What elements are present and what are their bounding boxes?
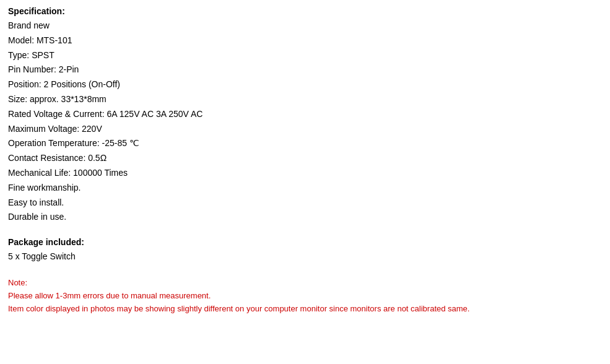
package-item: 5 x Toggle Switch [8, 249, 602, 264]
spec-item: Easy to install. [8, 196, 602, 210]
note-line: Please allow 1-3mm errors due to manual … [8, 291, 211, 300]
spec-item: Contact Resistance: 0.5Ω [8, 151, 602, 166]
spec-item: Maximum Voltage: 220V [8, 122, 602, 137]
note-heading: Note: [8, 278, 27, 287]
spec-item: Model: MTS-101 [8, 33, 602, 48]
note-section: Note:Please allow 1-3mm errors due to ma… [8, 277, 602, 315]
spec-item: Mechanical Life: 100000 Times [8, 166, 602, 181]
spec-item: Position: 2 Positions (On-Off) [8, 77, 602, 92]
package-heading: Package included: [8, 237, 84, 247]
package-list: 5 x Toggle Switch [8, 249, 602, 264]
spec-item: Rated Voltage & Current: 6A 125V AC 3A 2… [8, 107, 602, 122]
specification-list: Brand newModel: MTS-101Type: SPSTPin Num… [8, 19, 602, 225]
spec-item: Type: SPST [8, 48, 602, 63]
spec-item: Brand new [8, 19, 602, 33]
package-section: Package included: 5 x Toggle Switch [8, 237, 602, 264]
note-line: Item color displayed in photos may be sh… [8, 304, 469, 313]
note-content: Note:Please allow 1-3mm errors due to ma… [8, 277, 602, 315]
spec-item: Durable in use. [8, 210, 602, 225]
spec-item: Fine workmanship. [8, 181, 602, 196]
spec-item: Pin Number: 2-Pin [8, 63, 602, 77]
spec-item: Operation Temperature: -25-85 ℃ [8, 136, 602, 151]
specification-heading: Specification: [8, 6, 65, 16]
specification-section: Specification: Brand newModel: MTS-101Ty… [8, 6, 602, 225]
spec-item: Size: approx. 33*13*8mm [8, 92, 602, 107]
